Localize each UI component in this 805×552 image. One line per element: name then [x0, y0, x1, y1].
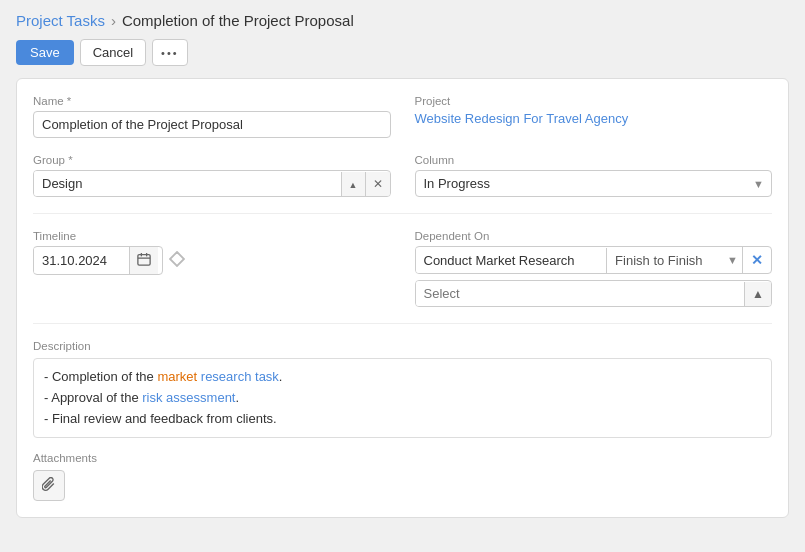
more-button[interactable]: ••• [152, 39, 188, 66]
dependent-task-row: Conduct Market Research Finish to Finish… [415, 246, 773, 274]
timeline-label: Timeline [33, 230, 391, 242]
attachments-section: Attachments [33, 452, 772, 501]
column-select[interactable]: In Progress To Do Done Blocked [415, 170, 773, 197]
group-input-wrapper [33, 170, 391, 197]
field-timeline: Timeline [33, 230, 391, 275]
calendar-icon [137, 252, 151, 269]
dependent-type-arrow-icon: ▼ [727, 254, 738, 266]
description-section: Description - Completion of the market r… [33, 340, 772, 438]
group-clear-button[interactable] [365, 172, 390, 196]
description-line-3: - Final review and feedback from clients… [44, 409, 761, 430]
column-select-wrapper: In Progress To Do Done Blocked ▼ [415, 170, 773, 197]
more-icon: ••• [161, 47, 179, 59]
remove-icon: ✕ [751, 252, 763, 268]
group-expand-button[interactable] [341, 172, 365, 196]
column-label: Column [415, 154, 773, 166]
dependent-remove-button[interactable]: ✕ [742, 247, 771, 273]
breadcrumb-current: Completion of the Project Proposal [122, 12, 354, 29]
calendar-button[interactable] [129, 247, 158, 274]
group-label: Group * [33, 154, 391, 166]
chevron-up-icon-2: ▲ [752, 287, 764, 301]
description-line-2: - Approval of the risk assessment. [44, 388, 761, 409]
save-button[interactable]: Save [16, 40, 74, 65]
timeline-input-wrapper [33, 246, 163, 275]
field-column: Column In Progress To Do Done Blocked ▼ [415, 154, 773, 197]
attach-button[interactable] [33, 470, 65, 501]
project-label: Project [415, 95, 773, 107]
project-value-link[interactable]: Website Redesign For Travel Agency [415, 111, 773, 126]
x-icon [373, 177, 383, 191]
timeline-row [33, 246, 391, 275]
dependent-type-select[interactable]: Finish to Finish Finish to Start Start t… [607, 248, 727, 273]
paperclip-icon [42, 477, 56, 494]
description-line-1: - Completion of the market research task… [44, 367, 761, 388]
diamond-button[interactable] [169, 251, 185, 271]
dependent-on-label: Dependent On [415, 230, 773, 242]
dependent-task-name: Conduct Market Research [416, 248, 607, 273]
attachments-label: Attachments [33, 452, 772, 464]
group-input[interactable] [34, 171, 341, 196]
divider [33, 213, 772, 214]
dependent-select-row: ▲ [415, 280, 773, 307]
description-box[interactable]: - Completion of the market research task… [33, 358, 772, 438]
name-label: Name * [33, 95, 391, 107]
divider-2 [33, 323, 772, 324]
row-timeline-dependent: Timeline [33, 230, 772, 307]
field-name: Name * [33, 95, 391, 138]
row-name-project: Name * Project Website Redesign For Trav… [33, 95, 772, 138]
svg-rect-0 [138, 255, 150, 266]
name-input[interactable] [33, 111, 391, 138]
field-dependent-on: Dependent On Conduct Market Research Fin… [415, 230, 773, 307]
breadcrumb: Project Tasks › Completion of the Projec… [16, 12, 789, 29]
timeline-date-input[interactable] [34, 248, 129, 273]
field-group: Group * [33, 154, 391, 197]
cancel-button[interactable]: Cancel [80, 39, 146, 66]
breadcrumb-link[interactable]: Project Tasks [16, 12, 105, 29]
dependent-select-input[interactable] [416, 281, 745, 306]
breadcrumb-separator: › [111, 12, 116, 29]
row-group-column: Group * Column In Progress To Do [33, 154, 772, 197]
field-project: Project Website Redesign For Travel Agen… [415, 95, 773, 138]
toolbar: Save Cancel ••• [16, 39, 789, 66]
dependent-collapse-button[interactable]: ▲ [744, 282, 771, 306]
dependent-type-wrapper: Finish to Finish Finish to Start Start t… [606, 248, 742, 273]
chevron-up-icon [349, 177, 358, 191]
form-card: Name * Project Website Redesign For Trav… [16, 78, 789, 518]
description-label: Description [33, 340, 772, 352]
diamond-icon [169, 251, 185, 271]
